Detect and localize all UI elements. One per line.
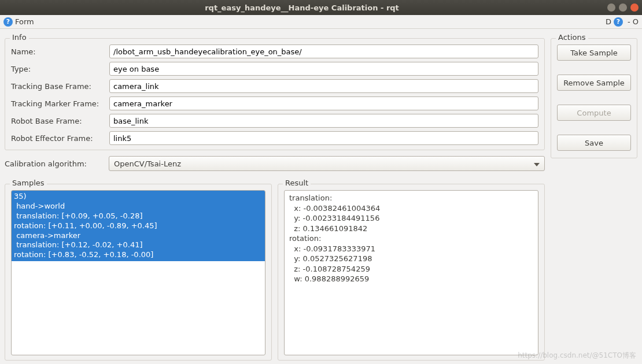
result-legend: Result bbox=[283, 179, 311, 187]
o-label: O bbox=[633, 17, 639, 26]
window-titlebar: rqt_easy_handeye__Hand-eye Calibration -… bbox=[0, 0, 642, 15]
close-icon[interactable] bbox=[630, 3, 639, 12]
robot-base-label: Robot Base Frame: bbox=[11, 117, 109, 125]
toolbar: ? Form D ? - O bbox=[0, 15, 642, 29]
minimize-icon[interactable] bbox=[607, 3, 615, 12]
samples-list[interactable]: 35) hand->world translation: [+0.09, +0.… bbox=[12, 191, 265, 355]
type-field[interactable] bbox=[109, 62, 538, 76]
result-text: translation: x: -0.00382461004364 y: -0.… bbox=[284, 190, 538, 355]
question-icon[interactable]: ? bbox=[614, 17, 623, 27]
sample-item[interactable]: 35) hand->world translation: [+0.09, +0.… bbox=[12, 191, 265, 261]
chevron-down-icon bbox=[534, 159, 540, 168]
samples-legend: Samples bbox=[10, 179, 47, 187]
info-group: Info Name: Type: Tracking Base Frame: Tr… bbox=[5, 38, 545, 150]
window-title: rqt_easy_handeye__Hand-eye Calibration -… bbox=[0, 3, 604, 12]
maximize-icon[interactable] bbox=[619, 3, 627, 12]
tracking-base-label: Tracking Base Frame: bbox=[11, 82, 109, 91]
separator: - bbox=[628, 17, 630, 26]
remove-sample-button[interactable]: Remove Sample bbox=[557, 75, 631, 91]
result-group: Result translation: x: -0.00382461004364… bbox=[278, 184, 545, 361]
dock-label: D bbox=[606, 17, 611, 26]
tracking-marker-label: Tracking Marker Frame: bbox=[11, 99, 109, 108]
actions-legend: Actions bbox=[556, 33, 588, 42]
help-icon[interactable]: ? bbox=[3, 17, 13, 27]
algorithm-label: Calibration algorithm: bbox=[5, 159, 103, 168]
take-sample-button[interactable]: Take Sample bbox=[557, 44, 631, 61]
robot-effector-field[interactable] bbox=[109, 131, 538, 145]
tracking-base-field[interactable] bbox=[109, 79, 538, 93]
algorithm-combobox[interactable]: OpenCV/Tsai-Lenz bbox=[109, 156, 545, 171]
save-button[interactable]: Save bbox=[557, 135, 631, 151]
algorithm-value: OpenCV/Tsai-Lenz bbox=[114, 159, 181, 168]
tracking-marker-field[interactable] bbox=[109, 96, 538, 110]
info-legend: Info bbox=[10, 33, 29, 42]
name-field[interactable] bbox=[109, 44, 538, 58]
robot-effector-label: Robot Effector Frame: bbox=[11, 134, 109, 143]
type-label: Type: bbox=[11, 65, 109, 73]
form-label: Form bbox=[15, 17, 34, 26]
robot-base-field[interactable] bbox=[109, 114, 538, 128]
name-label: Name: bbox=[11, 47, 109, 56]
actions-group: Actions Take Sample Remove Sample Comput… bbox=[551, 38, 637, 158]
samples-group: Samples 35) hand->world translation: [+0… bbox=[5, 184, 272, 361]
watermark: https://blog.csdn.net/@51CTO博客 bbox=[518, 351, 636, 361]
compute-button[interactable]: Compute bbox=[557, 105, 631, 121]
